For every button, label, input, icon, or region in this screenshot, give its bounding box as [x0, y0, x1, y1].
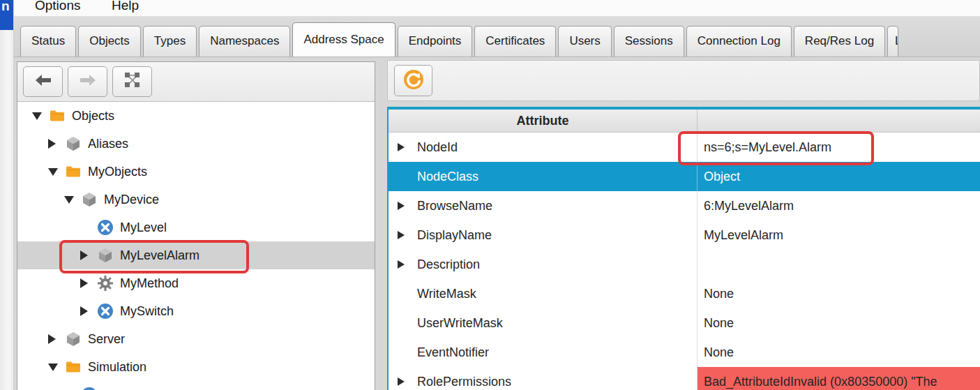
- attribute-row-eventnotifier[interactable]: EventNotifierNone: [389, 338, 980, 367]
- attribute-row-writemask[interactable]: WriteMaskNone: [389, 279, 980, 308]
- tree-item-label: Simulation: [88, 360, 146, 375]
- chevron-down-icon[interactable]: [48, 363, 63, 371]
- opcua-server-app: OptionsHelp StatusObjectsTypesNamespaces…: [14, 0, 980, 390]
- tab-address-space[interactable]: Address Space: [292, 22, 395, 57]
- tree-item-aliases[interactable]: Aliases: [17, 130, 375, 158]
- attribute-name-cell: NodeId: [389, 133, 698, 162]
- attribute-name-cell: RolePermissions: [389, 367, 698, 390]
- tab-req-res-log[interactable]: Req/Res Log: [794, 26, 885, 57]
- attribute-row-nodeid[interactable]: NodeIdns=6;s=MyLevel.Alarm: [389, 133, 980, 162]
- attributes-toolbar: [387, 60, 980, 101]
- tree-item-mylevelalarm[interactable]: MyLevelAlarm: [17, 241, 375, 269]
- attribute-value-cell: None: [698, 279, 980, 308]
- tab-sessions[interactable]: Sessions: [614, 26, 684, 57]
- tree-item-label: MyMethod: [120, 276, 179, 291]
- attributes-table-body: NodeIdns=6;s=MyLevel.AlarmNodeClassObjec…: [389, 133, 980, 390]
- tree-item-label: MyLevel: [120, 220, 167, 235]
- chevron-down-icon[interactable]: [32, 112, 47, 120]
- menu-options[interactable]: Options: [35, 0, 80, 15]
- tree-item-label: Aliases: [88, 137, 128, 151]
- chevron-right-icon[interactable]: [398, 260, 417, 269]
- background-window-icon: n: [0, 0, 13, 30]
- variable-icon: [81, 387, 98, 390]
- address-space-tree-panel: ObjectsAliasesMyObjectsMyDeviceMyLevelMy…: [17, 61, 375, 390]
- tab-endpoints[interactable]: Endpoints: [398, 26, 473, 57]
- chevron-right-icon[interactable]: [398, 377, 417, 386]
- chevron-right-icon[interactable]: [80, 306, 96, 316]
- chevron-right-icon[interactable]: [48, 139, 63, 149]
- folder-icon: [49, 107, 66, 124]
- attribute-value-cell: None: [698, 308, 980, 338]
- attribute-name: WriteMask: [417, 287, 476, 301]
- tree-item-label: MyLevelAlarm: [120, 248, 199, 263]
- tree-item-partial[interactable]: [17, 381, 375, 390]
- attribute-name: NodeClass: [417, 170, 478, 184]
- tree-item-myobjects[interactable]: MyObjects: [17, 158, 375, 186]
- edge-letter: n: [1, 0, 10, 14]
- tab-connection-log[interactable]: Connection Log: [686, 26, 792, 57]
- attribute-row-browsename[interactable]: BrowseName6:MyLevelAlarm: [389, 191, 980, 220]
- tab-certificates[interactable]: Certificates: [474, 26, 556, 57]
- chevron-down-icon[interactable]: [64, 196, 80, 204]
- left-arrow-icon: [34, 73, 52, 90]
- chevron-right-icon[interactable]: [398, 143, 417, 151]
- attribute-name: UserWriteMask: [417, 316, 503, 331]
- attribute-value-cell: Object: [698, 162, 980, 191]
- folder-icon: [65, 163, 82, 180]
- tab-namespaces[interactable]: Namespaces: [199, 26, 290, 57]
- tab-types[interactable]: Types: [143, 26, 197, 57]
- refresh-attributes-button[interactable]: [394, 65, 432, 96]
- address-space-tree: ObjectsAliasesMyObjectsMyDeviceMyLevelMy…: [17, 102, 375, 390]
- attribute-name: BrowseName: [417, 199, 492, 213]
- cube-icon: [97, 247, 114, 264]
- background-window-edge: n: [0, 0, 14, 390]
- address-space-content: ObjectsAliasesMyObjectsMyDeviceMyLevelMy…: [14, 57, 980, 390]
- expand-tree-button[interactable]: [112, 66, 152, 97]
- cube-icon: [81, 191, 98, 208]
- chevron-right-icon[interactable]: [48, 334, 63, 344]
- attribute-value-cell: ns=6;s=MyLevel.Alarm: [698, 133, 980, 162]
- tree-item-mydevice[interactable]: MyDevice: [17, 186, 375, 213]
- folder-icon: [65, 359, 82, 375]
- attribute-row-rolepermissions[interactable]: RolePermissionsBad_AttributeIdInvalid (0…: [389, 367, 980, 390]
- attribute-row-userwritemask[interactable]: UserWriteMaskNone: [389, 308, 980, 338]
- value-column-header[interactable]: [698, 110, 980, 132]
- chevron-down-icon[interactable]: [48, 168, 63, 176]
- tree-item-label: Objects: [72, 109, 114, 123]
- attribute-row-displayname[interactable]: DisplayNameMyLevelAlarm: [389, 220, 980, 250]
- tree-item-server[interactable]: Server: [17, 325, 375, 353]
- chevron-right-icon[interactable]: [398, 202, 417, 210]
- menu-bar: OptionsHelp: [14, 0, 980, 17]
- tab-status[interactable]: Status: [20, 26, 76, 57]
- attribute-row-description[interactable]: Description: [389, 250, 980, 279]
- attribute-name-cell: Description: [389, 250, 698, 279]
- forward-button[interactable]: [68, 66, 107, 97]
- attribute-row-nodeclass[interactable]: NodeClassObject: [389, 162, 980, 191]
- attribute-name-cell: DisplayName: [389, 220, 698, 250]
- attribute-name: NodeId: [417, 140, 458, 155]
- tree-item-objects[interactable]: Objects: [17, 102, 375, 130]
- tree-item-myswitch[interactable]: MySwitch: [17, 297, 375, 325]
- attributes-table-header: Attribute: [389, 110, 980, 133]
- tree-item-mylevel[interactable]: MyLevel: [17, 213, 375, 241]
- tree-item-label: MySwitch: [120, 304, 174, 319]
- chevron-right-icon[interactable]: [80, 250, 96, 260]
- tree-item-label: MyDevice: [104, 193, 159, 207]
- attribute-value-cell: 6:MyLevelAlarm: [698, 191, 980, 220]
- attribute-value-cell: None: [698, 338, 980, 367]
- tab-objects[interactable]: Objects: [78, 26, 141, 57]
- tree-item-label: MyObjects: [88, 165, 147, 179]
- tab-users[interactable]: Users: [558, 26, 611, 57]
- right-arrow-icon: [79, 73, 97, 90]
- chevron-right-icon[interactable]: [398, 231, 417, 239]
- chevron-right-icon[interactable]: [80, 278, 96, 288]
- attribute-name-cell: EventNotifier: [389, 338, 698, 367]
- attribute-column-header[interactable]: Attribute: [389, 110, 698, 132]
- attribute-name: Description: [417, 257, 480, 272]
- tree-item-mymethod[interactable]: MyMethod: [17, 269, 375, 297]
- tree-item-simulation[interactable]: Simulation: [17, 353, 375, 381]
- menu-help[interactable]: Help: [112, 0, 139, 15]
- tab-partial[interactable]: L: [887, 26, 898, 57]
- back-button[interactable]: [23, 66, 63, 97]
- attribute-name-cell: UserWriteMask: [389, 308, 698, 338]
